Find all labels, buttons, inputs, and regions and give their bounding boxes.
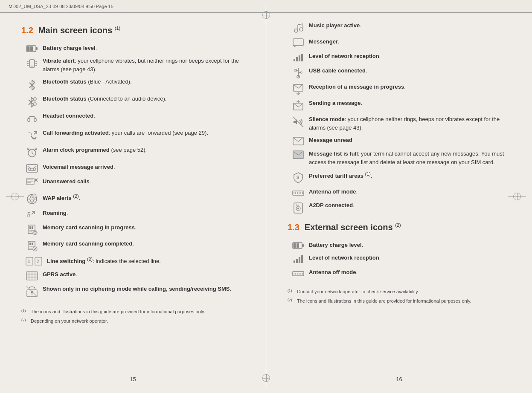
svg-point-14 xyxy=(34,103,36,105)
svg-rect-32 xyxy=(26,179,34,185)
footnote-text: Contact your network operator to check s… xyxy=(297,288,419,296)
list-item: Voicemail message arrived. xyxy=(21,163,249,173)
list-item: Silence mode: your cellphone neither rin… xyxy=(288,115,515,132)
silence-icon xyxy=(288,115,309,127)
messenger-icon xyxy=(288,38,309,48)
svg-point-71 xyxy=(294,29,298,32)
svg-rect-3 xyxy=(30,46,33,51)
svg-text:2: 2 xyxy=(37,259,39,264)
antenna-off-icon xyxy=(288,188,309,197)
msg-full-text: Message list is full: your terminal cann… xyxy=(309,150,515,166)
list-item: Vibrate alert: your cellphone vibrates, … xyxy=(21,57,249,73)
list-item: Battery charge level. xyxy=(288,241,515,249)
antenna-off-text: Antenna off mode. xyxy=(309,188,515,196)
voicemail-icon xyxy=(21,163,43,173)
svg-point-11 xyxy=(32,66,33,67)
svg-rect-79 xyxy=(299,55,300,61)
unanswered-icon xyxy=(21,177,43,188)
list-item: Battery charge level. xyxy=(21,44,249,52)
headset-text: Headset connected. xyxy=(43,112,249,120)
svg-rect-52 xyxy=(29,243,31,245)
svg-rect-106 xyxy=(297,243,299,248)
svg-rect-105 xyxy=(294,243,296,248)
svg-rect-77 xyxy=(294,59,295,61)
list-item: Level of network reception. xyxy=(288,52,515,62)
msg-unread-icon xyxy=(288,136,309,145)
list-item: Music player active. xyxy=(288,21,515,33)
list-item: Message unread xyxy=(288,136,515,145)
ext-battery-text: Battery charge level. xyxy=(309,241,515,249)
svg-rect-108 xyxy=(296,259,298,263)
svg-line-44 xyxy=(32,211,35,214)
footnote-num: (2) xyxy=(288,298,297,305)
list-item: Shown only in no ciphering mode while ca… xyxy=(21,285,249,298)
svg-point-85 xyxy=(300,72,302,73)
svg-rect-110 xyxy=(301,255,303,263)
svg-line-21 xyxy=(32,153,34,154)
footnote-text: The icons and illustrations in this guid… xyxy=(297,298,471,305)
call-forward-text: Call forwarding activated: your calls ar… xyxy=(43,129,249,137)
page-num-left: 15 xyxy=(130,376,136,382)
section-num: 1.2 xyxy=(21,26,33,35)
list-item: Level of network reception. xyxy=(288,254,515,264)
list-item: Antenna off mode. xyxy=(288,188,515,197)
section-1-3-title: 1.3 External screen icons (2) xyxy=(288,223,515,232)
list-item: $ Preferred tariff areas (1). xyxy=(288,170,515,183)
memory-done-icon xyxy=(21,240,43,251)
battery-text: Battery charge level. xyxy=(43,44,249,52)
list-item: Message list is full: your terminal cann… xyxy=(288,150,515,166)
section-1-2-title: 1.2 Main screen icons (1) xyxy=(21,26,249,35)
msg-full-icon xyxy=(288,150,309,159)
list-item: Sending a message. xyxy=(288,99,515,111)
a2dp-icon xyxy=(288,201,309,214)
bluetooth-blue-text: Bluetooth status (Blue - Activated). xyxy=(43,78,249,86)
list-item: Call forwarding activated: your calls ar… xyxy=(21,129,249,142)
footnote-num: (2) xyxy=(21,318,31,325)
music-text: Music player active. xyxy=(309,21,515,30)
list-item: 1 2 Line switching (2): indicates the se… xyxy=(21,256,249,266)
svg-rect-111 xyxy=(293,272,304,276)
unanswered-text: Unanswered calls. xyxy=(43,177,249,186)
svg-rect-1 xyxy=(36,47,38,50)
svg-rect-78 xyxy=(296,57,298,61)
list-item: Unanswered calls. xyxy=(21,177,249,188)
svg-line-75 xyxy=(298,24,303,25)
list-item: Reception of a message in progress. xyxy=(288,83,515,95)
list-item: GPRS active. xyxy=(21,270,249,280)
ciphering-icon xyxy=(21,285,43,298)
ext-antenna-off-text: Antenna off mode. xyxy=(309,268,515,277)
ext-antenna-off-icon xyxy=(288,268,309,277)
list-item: Messenger. xyxy=(288,38,515,48)
list-item: USB cable connected. xyxy=(288,66,515,78)
ext-network-text: Level of network reception. xyxy=(309,254,515,262)
footnote-row: (1) The icons and illustrations in this … xyxy=(21,308,249,316)
ciphering-text: Shown only in no ciphering mode while ca… xyxy=(43,285,249,293)
silence-text: Silence mode: your cellphone neither rin… xyxy=(309,115,515,132)
alarm-text: Alarm clock programmed (see page 52). xyxy=(43,146,249,154)
svg-rect-93 xyxy=(293,191,304,195)
svg-point-13 xyxy=(34,98,36,100)
battery-icon xyxy=(21,44,43,52)
footnote-num: (1) xyxy=(21,308,31,316)
msg-send-text: Sending a message. xyxy=(309,99,515,107)
svg-text:R: R xyxy=(26,211,31,218)
footnote-row: (1) Contact your network operator to che… xyxy=(288,288,515,296)
msg-send-icon xyxy=(288,99,309,111)
svg-point-29 xyxy=(28,168,31,170)
svg-rect-17 xyxy=(34,118,36,121)
network-text: Level of network reception. xyxy=(309,52,515,61)
list-item: ! WAP alerts (2). xyxy=(21,193,249,205)
usb-text: USB cable connected. xyxy=(309,66,515,75)
call-forward-icon xyxy=(21,129,43,142)
svg-rect-109 xyxy=(299,257,300,263)
footnote-text: The icons and illustrations in this guid… xyxy=(31,308,205,316)
music-icon xyxy=(288,21,309,33)
right-footnotes: (1) Contact your network operator to che… xyxy=(288,288,515,306)
list-item: Memory card scanning in progress. xyxy=(21,223,249,235)
headset-icon xyxy=(21,112,43,124)
left-footnotes: (1) The icons and illustrations in this … xyxy=(21,308,249,326)
gprs-icon xyxy=(21,270,43,280)
ext-battery-icon xyxy=(288,241,309,249)
section-num-1-3: 1.3 xyxy=(288,223,299,232)
list-item: Memory card scanning completed. xyxy=(21,240,249,251)
